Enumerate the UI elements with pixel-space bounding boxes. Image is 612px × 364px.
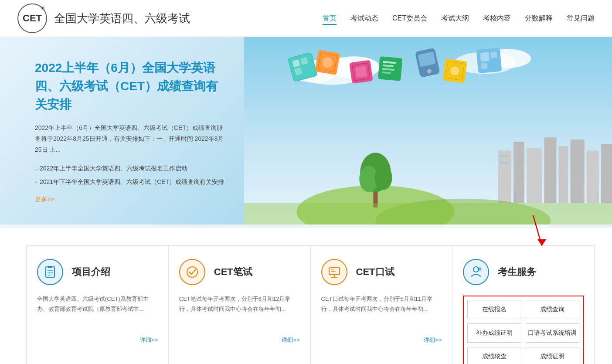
svg-point-23	[374, 165, 392, 190]
svg-rect-7	[513, 142, 524, 203]
cards-section: 项目介绍 全国大学英语四、六级考试(CET)系教育部主办、教育部教育考试院（原教…	[0, 228, 612, 364]
svg-rect-17	[505, 161, 507, 164]
card-service: 考生服务 在线报名 成绩查询 补办成绩证明 口语考试系统培训 成绩核查 成绩证明	[452, 245, 595, 364]
card-oral-header: CET口试	[321, 259, 442, 285]
svg-rect-16	[500, 161, 503, 164]
main-nav: 首页 考试动态 CET委员会 考试大纲 考核内容 分数解释 常见问题	[323, 12, 595, 25]
nav-content[interactable]: 考核内容	[483, 12, 511, 25]
nav-home[interactable]: 首页	[323, 12, 337, 25]
svg-rect-12	[587, 150, 599, 203]
card-written-footer: 详细>>	[179, 336, 300, 344]
svg-marker-63	[537, 239, 546, 246]
banner-content: 2022上半年（6月）全国大学英语四、六级考试（CET）成绩查询有关安排 202…	[0, 37, 244, 225]
card-written-detail[interactable]: 详细>>	[282, 337, 299, 343]
banner-desc: 2022年上半年（6月）全国大学英语四、六级考试（CET）成绩查询服务将于202…	[35, 122, 227, 156]
card-service-icon	[463, 259, 489, 285]
btn-score-verify[interactable]: 成绩核查	[467, 347, 521, 364]
svg-rect-57	[329, 268, 340, 275]
card-project-detail[interactable]: 详细>>	[140, 337, 158, 343]
banner-link-2[interactable]: 2021年下半年全国大学英语四、六级考试（CET）成绩查询有关安排	[35, 178, 227, 187]
btn-score-cert[interactable]: 成绩证明	[526, 347, 579, 364]
svg-rect-48	[490, 51, 497, 58]
svg-rect-9	[544, 137, 556, 203]
card-service-title: 考生服务	[498, 265, 536, 279]
nav-news[interactable]: 考试动态	[350, 12, 378, 25]
svg-rect-15	[505, 155, 507, 157]
card-written-header: CET笔试	[179, 259, 300, 285]
btn-score-query[interactable]: 成绩查询	[526, 300, 579, 319]
banner-title: 2022上半年（6月）全国大学英语四、六级考试（CET）成绩查询有关安排	[35, 59, 227, 114]
card-oral-title: CET口试	[356, 265, 394, 279]
more-link[interactable]: 更多>>	[35, 196, 227, 204]
card-oral-icon	[321, 259, 347, 285]
logo-area: CET 全国大学英语四、六级考试	[17, 3, 190, 33]
card-oral-body: CET口试每年开考两次，分别于5月和11月举行，具体考试时间我中心将会在每年年初…	[321, 294, 442, 329]
red-arrow-annotation	[516, 215, 559, 250]
card-service-header: 考生服务	[463, 259, 584, 285]
card-written: CET笔试 CET笔试每年开考两次，分别于6月和12月举行，具体考试时间我中心将…	[168, 245, 310, 364]
service-buttons-grid: 在线报名 成绩查询 补办成绩证明 口语考试系统培训 成绩核查 成绩证明	[467, 300, 579, 364]
banner-links: 2022年上半年全国大学英语四、六级考试报名工作启动 2021年下半年全国大学英…	[35, 164, 227, 187]
card-oral-footer: 详细>>	[321, 336, 442, 344]
banner-illustration	[244, 37, 612, 225]
header: CET 全国大学英语四、六级考试 首页 考试动态 CET委员会 考试大纲 考核内…	[0, 0, 612, 37]
checkmark-icon	[186, 265, 199, 279]
svg-rect-10	[558, 146, 568, 203]
svg-rect-14	[500, 155, 503, 157]
btn-reissue-cert[interactable]: 补办成绩证明	[467, 323, 521, 343]
svg-rect-49	[481, 63, 487, 69]
banner-visual	[244, 37, 612, 225]
person-icon	[469, 265, 483, 279]
svg-rect-52	[48, 266, 52, 268]
card-project-footer: 详细>>	[37, 336, 158, 344]
nav-committee[interactable]: CET委员会	[392, 12, 427, 25]
card-project: 项目介绍 全国大学英语四、六级考试(CET)系教育部主办、教育部教育考试院（原教…	[26, 245, 168, 364]
svg-rect-65	[477, 267, 482, 272]
svg-rect-13	[601, 144, 612, 203]
card-written-body: CET笔试每年开考两次，分别于6月和12月举行，具体考试时间我中心将会在每年年初…	[179, 294, 300, 329]
card-project-icon	[37, 259, 63, 285]
card-project-title: 项目介绍	[72, 265, 110, 279]
svg-rect-11	[571, 139, 585, 203]
svg-rect-35	[378, 56, 403, 81]
btn-oral-training[interactable]: 口语考试系统培训	[526, 323, 579, 343]
banner-section: 2022上半年（6月）全国大学英语四、六级考试（CET）成绩查询有关安排 202…	[0, 37, 612, 225]
monitor-icon	[328, 265, 341, 279]
nav-faq[interactable]: 常见问题	[567, 12, 595, 25]
banner-link-1[interactable]: 2022年上半年全国大学英语四、六级考试报名工作启动	[35, 164, 227, 173]
card-project-header: 项目介绍	[37, 259, 158, 285]
svg-rect-8	[527, 148, 542, 203]
card-project-body: 全国大学英语四、六级考试(CET)系教育部主办、教育部教育考试院（原教育部考试中…	[37, 294, 158, 329]
card-written-title: CET笔试	[214, 265, 252, 279]
site-title: 全国大学英语四、六级考试	[54, 11, 190, 26]
cet-logo: CET	[17, 3, 47, 33]
service-buttons-wrapper: 在线报名 成绩查询 补办成绩证明 口语考试系统培训 成绩核查 成绩证明	[463, 296, 584, 364]
svg-rect-47	[480, 52, 490, 62]
btn-online-register[interactable]: 在线报名	[467, 300, 521, 319]
svg-rect-34	[355, 66, 367, 78]
nav-score-explain[interactable]: 分数解释	[525, 12, 553, 25]
nav-syllabus[interactable]: 考试大纲	[441, 12, 469, 25]
svg-point-56	[187, 267, 197, 277]
card-oral-detail[interactable]: 详细>>	[424, 337, 442, 343]
svg-rect-6	[498, 150, 511, 203]
clipboard-icon	[44, 265, 57, 279]
svg-rect-51	[46, 267, 54, 277]
card-oral: CET口试 CET口试每年开考两次，分别于5月和11月举行，具体考试时间我中心将…	[310, 245, 452, 364]
card-written-icon	[179, 259, 205, 285]
